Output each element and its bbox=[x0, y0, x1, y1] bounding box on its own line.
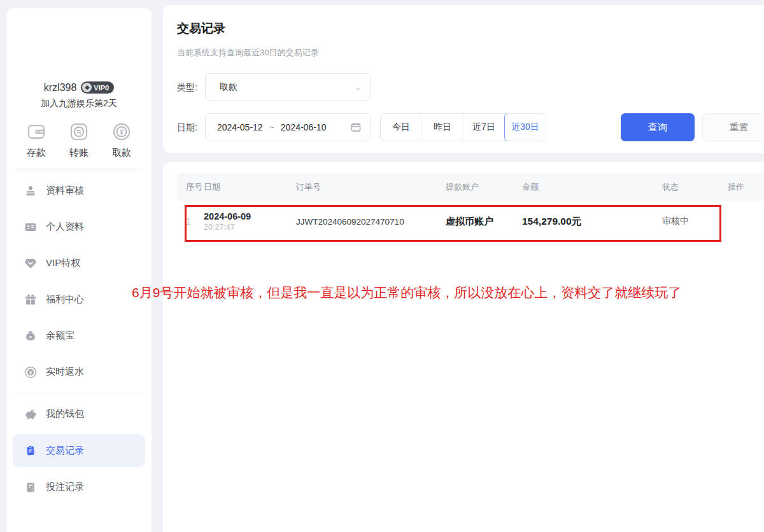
sidebar-item-label: 交易记录 bbox=[46, 445, 84, 457]
date-start-value: 2024-05-12 bbox=[217, 122, 263, 132]
type-filter-label: 类型: bbox=[177, 82, 197, 94]
cell-account: 虚拟币账户 bbox=[446, 216, 522, 228]
transfer-icon bbox=[68, 121, 90, 143]
sidebar-item-label: 资料审核 bbox=[46, 185, 84, 197]
cell-seq: 1 bbox=[177, 216, 204, 227]
sidebar-item-benefits-center[interactable]: 福利中心 bbox=[13, 281, 145, 318]
sidebar-item-label: VIP特权 bbox=[46, 257, 80, 269]
cell-date: 2024-06-09 20:27:47 bbox=[204, 211, 296, 232]
vip-gem-icon: ◆ bbox=[82, 83, 92, 92]
red-annotation-text: 6月9号开始就被审核，但是我一直是以为正常的审核，所以没放在心上，资料交了就继续… bbox=[132, 284, 681, 302]
sidebar-item-my-wallet[interactable]: 我的钱包 bbox=[13, 396, 145, 432]
deposit-label: 存款 bbox=[27, 147, 46, 159]
type-select[interactable]: 取款 ⌄ bbox=[205, 73, 371, 101]
quick-actions: 存款 转账 取款 bbox=[6, 121, 152, 159]
user-row: krzl398 ◆ VIP0 bbox=[6, 81, 152, 94]
avatar[interactable] bbox=[51, 18, 107, 74]
col-header-status: 状态 bbox=[662, 181, 728, 193]
sidebar-item-label: 投注记录 bbox=[46, 481, 84, 493]
deposit-button[interactable]: 存款 bbox=[25, 121, 47, 159]
range-yesterday-button[interactable]: 昨日 bbox=[422, 114, 463, 141]
sidebar-item-label: 福利中心 bbox=[46, 293, 84, 305]
date-end-value: 2024-06-10 bbox=[281, 122, 327, 132]
col-header-action: 操作 bbox=[728, 181, 764, 193]
quick-range-group: 今日 昨日 近7日 近30日 bbox=[380, 113, 546, 141]
vip-badge-label: VIP0 bbox=[94, 84, 109, 92]
type-select-value: 取款 bbox=[220, 81, 237, 93]
search-button[interactable]: 查询 bbox=[621, 113, 695, 141]
page-subtitle: 当前系统支持查询最近30日的交易记录 bbox=[177, 47, 318, 59]
id-card-icon bbox=[24, 221, 37, 234]
records-table: 序号 日期 订单号 提款账户 金额 状态 操作 1 2024-06-09 20:… bbox=[177, 173, 764, 242]
date-filter-label: 日期: bbox=[177, 122, 197, 134]
sidebar-item-transaction-records[interactable]: 交易记录 bbox=[13, 434, 145, 467]
col-header-seq: 序号 bbox=[177, 181, 204, 193]
transfer-label: 转账 bbox=[69, 147, 88, 159]
cell-status: 审核中 bbox=[662, 216, 728, 227]
sidebar-item-label: 余额宝 bbox=[46, 330, 74, 342]
rebate-icon bbox=[24, 366, 37, 379]
col-header-order-no: 订单号 bbox=[296, 181, 446, 193]
range-7days-button[interactable]: 近7日 bbox=[463, 114, 505, 141]
stamp-icon bbox=[24, 185, 37, 197]
sidebar-item-yuebao[interactable]: 余额宝 bbox=[13, 318, 145, 354]
col-header-account: 提款账户 bbox=[446, 181, 522, 193]
clipboard-icon bbox=[24, 444, 37, 457]
withdraw-icon bbox=[111, 121, 132, 143]
sidebar-item-realtime-rebate[interactable]: 实时返水 bbox=[13, 354, 145, 390]
withdraw-button[interactable]: 取款 bbox=[111, 121, 132, 159]
range-30days-button[interactable]: 近30日 bbox=[504, 113, 546, 141]
journal-icon bbox=[24, 481, 37, 494]
table-row[interactable]: 1 2024-06-09 20:27:47 JJWT20240609202747… bbox=[177, 201, 764, 242]
cell-amount: 154,279.00元 bbox=[522, 215, 662, 228]
cell-date-value: 2024-06-09 bbox=[204, 211, 296, 221]
diamond-icon bbox=[24, 257, 37, 270]
chevron-down-icon: ⌄ bbox=[355, 83, 362, 91]
date-separator: ~ bbox=[269, 122, 274, 132]
col-header-amount: 金额 bbox=[522, 181, 662, 193]
sidebar-item-betting-records[interactable]: 投注记录 bbox=[13, 469, 145, 505]
records-panel: 序号 日期 订单号 提款账户 金额 状态 操作 1 2024-06-09 20:… bbox=[163, 162, 764, 532]
cell-time-value: 20:27:47 bbox=[204, 223, 296, 232]
sidebar-item-label: 我的钱包 bbox=[46, 408, 84, 420]
withdraw-label: 取款 bbox=[112, 147, 131, 159]
username: krzl398 bbox=[44, 82, 77, 94]
gift-icon bbox=[24, 293, 37, 306]
transfer-button[interactable]: 转账 bbox=[68, 121, 90, 159]
sidebar-item-profile-review[interactable]: 资料审核 bbox=[13, 172, 145, 209]
sidebar-item-personal-info[interactable]: 个人资料 bbox=[13, 209, 145, 245]
piggy-bank-icon bbox=[24, 408, 37, 421]
table-header-row: 序号 日期 订单号 提款账户 金额 状态 操作 bbox=[177, 173, 764, 201]
sidebar-item-label: 个人资料 bbox=[46, 221, 84, 233]
cell-order-no: JJWT202406092027470710 bbox=[296, 217, 446, 227]
col-header-date: 日期 bbox=[204, 181, 296, 193]
filter-panel: 交易记录 当前系统支持查询最近30日的交易记录 类型: 取款 ⌄ 日期: 202… bbox=[163, 5, 764, 153]
date-range-input[interactable]: 2024-05-12 ~ 2024-06-10 bbox=[205, 113, 371, 141]
nav-secondary: 我的钱包 交易记录 bbox=[6, 393, 152, 508]
nav-primary: 资料审核 个人资料 VIP特权 bbox=[6, 170, 152, 393]
range-today-button[interactable]: 今日 bbox=[381, 114, 422, 141]
join-days-text: 加入九游娱乐第2天 bbox=[6, 98, 152, 109]
sidebar-item-vip-privileges[interactable]: VIP特权 bbox=[13, 245, 145, 281]
money-pouch-icon bbox=[24, 330, 37, 342]
page-title: 交易记录 bbox=[177, 20, 225, 37]
wallet-icon bbox=[25, 121, 47, 143]
sidebar-item-label: 实时返水 bbox=[46, 366, 84, 378]
reset-button[interactable]: 重置 bbox=[702, 113, 764, 141]
sidebar: krzl398 ◆ VIP0 加入九游娱乐第2天 存款 bbox=[6, 8, 152, 532]
vip-badge[interactable]: ◆ VIP0 bbox=[81, 81, 114, 94]
calendar-icon bbox=[350, 122, 362, 133]
